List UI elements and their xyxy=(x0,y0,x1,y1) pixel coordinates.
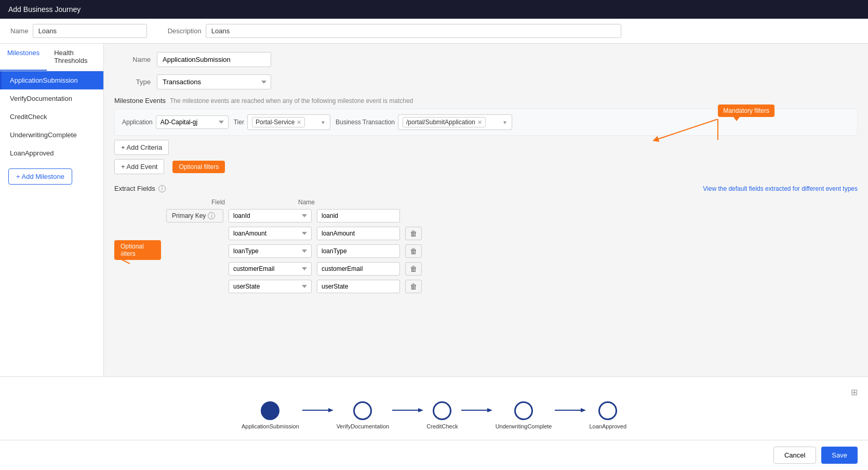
optional-filters-2-area: Optional filters xyxy=(114,209,166,260)
flow-circle xyxy=(353,401,372,420)
field-column-header: Field xyxy=(177,199,260,206)
extract-row: userState🗑 xyxy=(166,280,858,293)
sidebar-item-underwritingcomplete[interactable]: UnderwritingComplete xyxy=(0,126,103,144)
name-label: Name xyxy=(10,27,29,35)
flow-node: CreditCheck xyxy=(426,401,458,429)
svg-line-0 xyxy=(656,119,718,140)
add-event-label: + Add Event xyxy=(121,163,157,171)
milestone-name-label: Name xyxy=(114,56,151,63)
svg-line-2 xyxy=(114,248,130,256)
sidebar-item-creditcheck[interactable]: CreditCheck xyxy=(0,108,103,126)
sidebar: Milestones Health Thresholds Application… xyxy=(0,44,104,376)
tier-tag: Portal-Service ✕ xyxy=(252,117,305,127)
tab-health-thresholds[interactable]: Health Thresholds xyxy=(47,44,103,71)
description-label: Description xyxy=(168,27,202,35)
mandatory-filters-arrow xyxy=(614,119,749,150)
milestone-type-select[interactable]: Transactions Events Errors xyxy=(157,74,271,89)
tier-field: Tier Portal-Service ✕ ▼ xyxy=(234,114,330,130)
bt-close-icon[interactable]: ✕ xyxy=(477,119,482,126)
tab-milestones[interactable]: Milestones xyxy=(0,44,47,71)
content-area: Name Type Transactions Events Errors Mil… xyxy=(104,44,868,376)
flow-arrow-icon xyxy=(299,406,337,425)
extract-name-input[interactable] xyxy=(317,262,400,276)
tier-close-icon[interactable]: ✕ xyxy=(297,119,301,126)
extract-field-select[interactable]: userState xyxy=(229,280,312,293)
extract-name-input[interactable] xyxy=(317,209,400,223)
business-transaction-dropdown[interactable]: /portal/SubmitApplication ✕ ▼ xyxy=(398,114,512,130)
footer-actions: Cancel Save xyxy=(0,440,868,470)
bt-dropdown-arrow-icon[interactable]: ▼ xyxy=(502,120,508,125)
extract-rows-with-callout: Optional filters xyxy=(114,209,858,297)
extract-fields-section: Extract Fields i View the default fields… xyxy=(114,185,858,297)
name-input[interactable] xyxy=(33,24,147,38)
extract-row: customerEmail🗑 xyxy=(166,262,858,276)
milestone-name-input[interactable] xyxy=(157,52,271,67)
extract-row: loanAmount🗑 xyxy=(166,227,858,240)
extract-fields-info-icon[interactable]: i xyxy=(158,185,166,192)
extract-field-select[interactable]: customerEmail xyxy=(229,262,312,276)
flow-circle xyxy=(433,401,451,420)
flow-node-label: VerifyDocumentation xyxy=(337,423,390,429)
sidebar-item-applicationsubmission[interactable]: ApplicationSubmission xyxy=(0,71,103,89)
event-row-container: Application AD-Capital-gj Tier Portal-Se… xyxy=(114,109,858,136)
tier-dropdown-arrow-icon[interactable]: ▼ xyxy=(321,120,326,125)
event-row-actions: + Add Event Optional filters xyxy=(114,159,858,174)
add-criteria-button[interactable]: + Add Criteria xyxy=(114,140,169,155)
flow-circle xyxy=(514,401,533,420)
svg-marker-9 xyxy=(487,408,492,412)
milestone-events-description: The milestone events are reached when an… xyxy=(170,97,413,105)
sidebar-item-verifydocumentation[interactable]: VerifyDocumentation xyxy=(0,89,103,108)
extract-fields-title: Extract Fields xyxy=(114,185,155,192)
add-event-button[interactable]: + Add Event xyxy=(114,159,164,174)
sidebar-item-loanapproved[interactable]: LoanApproved xyxy=(0,144,103,162)
optional-filters-2-container: Optional filters xyxy=(114,240,161,260)
add-criteria-label: + Add Criteria xyxy=(121,143,162,151)
add-milestone-label: + Add Milestone xyxy=(16,173,64,180)
business-transaction-tag: /portal/SubmitApplication ✕ xyxy=(403,117,486,127)
expand-icon[interactable]: ⊞ xyxy=(851,387,858,397)
flow-node-label: UnderwritingComplete xyxy=(496,423,552,429)
sidebar-tabs: Milestones Health Thresholds xyxy=(0,44,103,71)
name-field-group: Name xyxy=(10,24,147,38)
extract-name-input[interactable] xyxy=(317,227,400,240)
application-label: Application xyxy=(122,119,153,126)
extract-name-input[interactable] xyxy=(317,244,400,258)
tier-dropdown[interactable]: Portal-Service ✕ ▼ xyxy=(247,114,330,130)
flow-node: LoanApproved xyxy=(589,401,626,429)
primary-key-info-icon[interactable]: i xyxy=(208,212,215,219)
save-button[interactable]: Save xyxy=(821,447,858,464)
add-milestone-button[interactable]: + Add Milestone xyxy=(8,168,72,185)
milestone-events-label: Milestone Events xyxy=(114,97,166,105)
cancel-button[interactable]: Cancel xyxy=(773,447,816,464)
delete-row-button[interactable]: 🗑 xyxy=(405,280,422,293)
flow-arrow-icon xyxy=(552,406,589,425)
milestone-name-row: Name xyxy=(114,52,858,67)
business-transaction-field: Business Transaction /portal/SubmitAppli… xyxy=(336,114,512,130)
description-field-group: Description xyxy=(168,24,621,38)
svg-marker-5 xyxy=(328,408,333,412)
view-default-link[interactable]: View the default fields extracted for di… xyxy=(703,185,858,192)
primary-key-label: Primary Key xyxy=(172,212,206,219)
application-field: Application AD-Capital-gj xyxy=(122,115,229,129)
svg-marker-11 xyxy=(581,408,586,412)
delete-row-button[interactable]: 🗑 xyxy=(405,262,422,276)
extract-fields-header: Extract Fields i View the default fields… xyxy=(114,185,858,192)
flow-node-label: ApplicationSubmission xyxy=(242,423,299,429)
svg-line-3 xyxy=(114,256,130,264)
tier-label: Tier xyxy=(234,119,244,126)
extract-rows: Primary Key iloanIdloanAmount🗑loanType🗑c… xyxy=(166,209,858,297)
extract-field-select[interactable]: loanType xyxy=(229,244,312,258)
delete-row-button[interactable]: 🗑 xyxy=(405,227,422,240)
application-select[interactable]: AD-Capital-gj xyxy=(156,115,229,129)
optional-filters-arrows xyxy=(109,248,130,279)
extract-row: Primary Key iloanId xyxy=(166,209,858,223)
top-bar: Add Business Journey xyxy=(0,0,868,19)
delete-row-button[interactable]: 🗑 xyxy=(405,244,422,258)
flow-diagram: ApplicationSubmissionVerifyDocumentation… xyxy=(242,401,626,429)
extract-field-select[interactable]: loanId xyxy=(229,209,312,223)
description-input[interactable] xyxy=(206,24,621,38)
form-header: Name Description xyxy=(0,19,868,44)
extract-field-select[interactable]: loanAmount xyxy=(229,227,312,240)
extract-table-header: Field Name xyxy=(114,199,858,206)
extract-name-input[interactable] xyxy=(317,280,400,293)
